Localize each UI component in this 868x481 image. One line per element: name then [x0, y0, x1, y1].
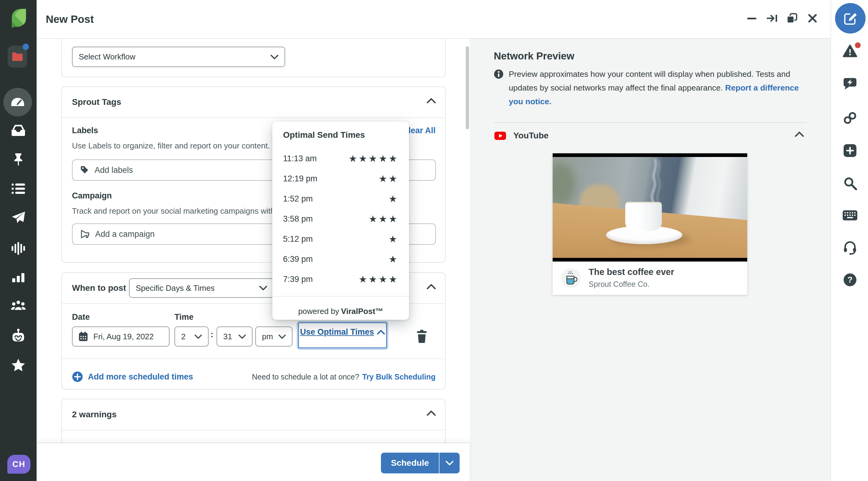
search-button[interactable]: [831, 176, 868, 190]
optimal-time-row[interactable]: 6:39 pm★: [283, 249, 399, 269]
sidebar-item-dashboard[interactable]: [3, 88, 32, 117]
minute-select[interactable]: 31: [217, 326, 252, 347]
warnings-header[interactable]: 2 warnings: [62, 399, 445, 430]
when-mode-select[interactable]: Specific Days & Times: [129, 278, 274, 298]
add-more-scheduled-times-button[interactable]: Add more scheduled times: [72, 367, 193, 387]
preview-disclaimer: Preview approximates how your content wi…: [509, 67, 812, 108]
sidebar-item-people[interactable]: [0, 300, 37, 311]
user-avatar[interactable]: CH: [7, 455, 31, 474]
optimal-time-row[interactable]: 7:39 pm★★★★: [283, 269, 399, 289]
optimal-time-stars: ★★★★★: [349, 153, 399, 164]
use-optimal-times-button[interactable]: Use Optimal Times: [298, 322, 387, 348]
feedback-button[interactable]: [831, 77, 868, 90]
date-value: Fri, Aug 19, 2022: [93, 332, 154, 342]
divider: [494, 122, 806, 123]
sidebar-item-publishing[interactable]: [0, 211, 37, 224]
youtube-video-preview-card[interactable]: The best coffee ever Sprout Coffee Co.: [553, 153, 747, 295]
dashboard-gauge-icon: [10, 96, 25, 108]
viralpost-attribution: powered by ViralPost™: [272, 303, 409, 320]
optimal-time-row[interactable]: 11:13 am★★★★★: [283, 149, 399, 168]
sidebar-item-reports[interactable]: [0, 273, 37, 282]
close-button[interactable]: [807, 13, 818, 24]
right-sidebar: ?: [831, 0, 868, 481]
pin-icon: [12, 153, 24, 166]
schedule-options-button[interactable]: [439, 453, 460, 473]
link-icon: [843, 111, 857, 125]
help-button[interactable]: ?: [831, 273, 868, 287]
time-label: Time: [175, 313, 194, 322]
sidebar-item-pinned[interactable]: [0, 152, 37, 166]
alert-notification-dot: [855, 42, 861, 48]
duplicate-window-button[interactable]: [786, 13, 798, 24]
sidebar-item-inbox[interactable]: [0, 124, 37, 136]
sprout-tags-header[interactable]: Sprout Tags: [62, 87, 445, 117]
labels-heading: Labels: [72, 126, 98, 135]
date-input[interactable]: Fri, Aug 19, 2022: [72, 326, 169, 347]
minute-value: 31: [223, 332, 232, 342]
video-title: The best coffee ever: [589, 267, 674, 277]
divider: [62, 117, 445, 118]
plus-circle-icon: [72, 371, 83, 382]
minimize-button[interactable]: [746, 13, 757, 24]
campaign-heading: Campaign: [72, 191, 112, 200]
alerts-button[interactable]: [831, 44, 868, 57]
optimal-time-stars: ★★★★: [359, 274, 399, 285]
info-icon: [494, 69, 503, 79]
link-button[interactable]: [831, 111, 868, 125]
chevron-up-icon[interactable]: [427, 284, 436, 290]
chevron-up-icon[interactable]: [795, 131, 804, 137]
optimal-time-row[interactable]: 1:52 pm★: [283, 189, 399, 209]
sidebar-item-favorites[interactable]: [0, 358, 37, 371]
optimal-time-row[interactable]: 5:12 pm★: [283, 229, 399, 249]
optimal-times-list: 11:13 am★★★★★12:19 pm★★1:52 pm★3:58 pm★★…: [283, 149, 399, 289]
video-thumbnail: [553, 153, 747, 261]
compose-icon: [843, 11, 858, 26]
optimal-send-times-popup: Optimal Send Times 11:13 am★★★★★12:19 pm…: [272, 122, 409, 320]
composer-footer: Schedule: [37, 443, 470, 481]
support-button[interactable]: [831, 240, 868, 255]
when-to-post-heading: When to post: [72, 273, 126, 303]
svg-text:?: ?: [847, 275, 852, 284]
optimal-send-times-title: Optimal Send Times: [283, 130, 365, 140]
popout-button[interactable]: [767, 13, 778, 24]
sprout-leaf-logo[interactable]: [0, 7, 37, 29]
channel-avatar: [561, 268, 581, 288]
add-button[interactable]: [831, 144, 868, 157]
listening-waveform-icon: [11, 242, 25, 255]
meridiem-select[interactable]: pm: [255, 326, 292, 347]
keyboard-shortcuts-button[interactable]: [831, 210, 868, 220]
workflow-select[interactable]: Select Workflow: [72, 46, 285, 67]
video-info-bar: The best coffee ever Sprout Coffee Co.: [553, 261, 747, 295]
folder-icon: [11, 52, 23, 61]
when-mode-value: Specific Days & Times: [136, 284, 215, 293]
bulk-scheduling-row: Need to schedule a lot at once? Try Bulk…: [252, 367, 436, 387]
schedule-button[interactable]: Schedule: [381, 453, 439, 473]
sidebar-item-listening[interactable]: [0, 242, 37, 255]
optimal-time-row[interactable]: 3:58 pm★★★: [283, 209, 399, 229]
hour-select[interactable]: 2: [175, 326, 209, 347]
notification-dot: [23, 43, 29, 50]
sidebar-item-bot[interactable]: [0, 329, 37, 343]
chevron-down-icon: [445, 460, 454, 466]
hour-value: 2: [181, 332, 185, 342]
page-title: New Post: [46, 0, 94, 38]
chevron-up-icon[interactable]: [427, 410, 436, 416]
sidebar-item-lists[interactable]: [0, 184, 37, 194]
chevron-up-icon[interactable]: [427, 98, 436, 104]
campaign-placeholder: Add a campaign: [95, 229, 155, 239]
try-bulk-scheduling-link[interactable]: Try Bulk Scheduling: [362, 373, 436, 381]
popout-icon: [767, 13, 778, 23]
megaphone-icon: [80, 229, 90, 239]
labels-placeholder: Add labels: [95, 165, 133, 175]
optimal-time-row[interactable]: 12:19 pm★★: [283, 168, 399, 189]
people-icon: [11, 300, 26, 311]
left-sidebar: CH: [0, 0, 37, 481]
optimal-time-value: 5:12 pm: [283, 234, 313, 244]
delete-scheduled-time-button[interactable]: [416, 328, 428, 345]
thumbnail-coffee-cup: [625, 202, 662, 231]
scrollbar-thumb[interactable]: [466, 46, 469, 129]
optimal-time-stars: ★: [389, 254, 399, 265]
chevron-down-icon: [278, 334, 286, 339]
compose-button[interactable]: [835, 3, 866, 34]
coffee-mug-icon: [563, 270, 579, 286]
